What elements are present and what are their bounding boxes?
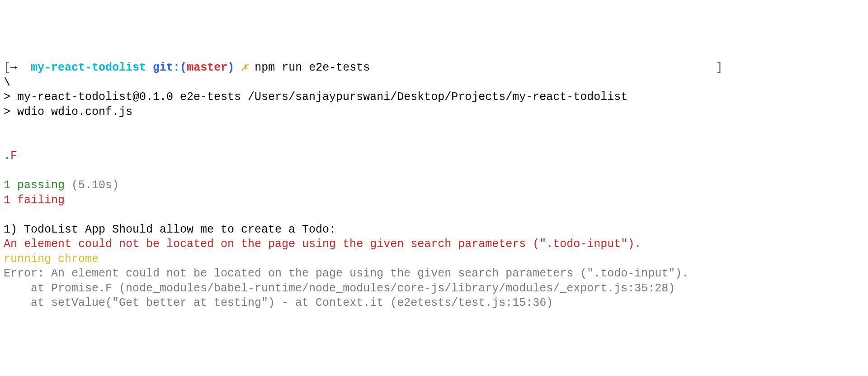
failure-title: 1) TodoList App Should allow me to creat… [4,223,864,238]
blank-line [4,208,864,223]
dirty-mark-icon: ✗ [241,61,248,74]
blank-line [4,134,864,149]
arrow-icon: → [10,61,17,74]
failing-count: 1 [4,194,10,207]
directory-name: my-react-todolist [31,61,146,74]
stack-trace-line-2: at Promise.F (node_modules/babel-runtime… [4,281,864,296]
continuation-line: \ [4,76,864,90]
spec-progress: .F [4,149,864,164]
passing-time: (5.10s) [65,179,119,192]
running-browser: running chrome [4,252,864,267]
blank-line [4,164,864,179]
failing-summary: 1 failing [4,193,864,208]
git-label: git:( [153,61,187,74]
npm-script-line-2: > wdio wdio.conf.js [4,105,864,120]
passing-label: passing [10,179,65,192]
passing-count: 1 [4,179,10,192]
spec-pass-dot: . [4,149,10,162]
spec-fail-f: F [10,149,17,162]
prompt-line: [→ my-react-todolist git:(master) ✗ npm … [4,61,864,76]
stack-trace-line-3: at setValue("Get better at testing") - a… [4,296,864,311]
npm-script-line-1: > my-react-todolist@0.1.0 e2e-tests /Use… [4,90,864,105]
terminal-output: [→ my-react-todolist git:(master) ✗ npm … [4,61,864,311]
blank-line [4,119,864,134]
command-text: npm run e2e-tests [255,61,370,74]
bracket-close: ] [716,61,722,74]
passing-summary: 1 passing (5.10s) [4,178,864,193]
git-close: ) [227,61,234,74]
bracket-open: [ [4,61,10,74]
failure-message: An element could not be located on the p… [4,237,864,252]
stack-trace-line-1: Error: An element could not be located o… [4,267,864,281]
failing-label: failing [10,194,65,207]
git-branch: master [187,61,227,74]
